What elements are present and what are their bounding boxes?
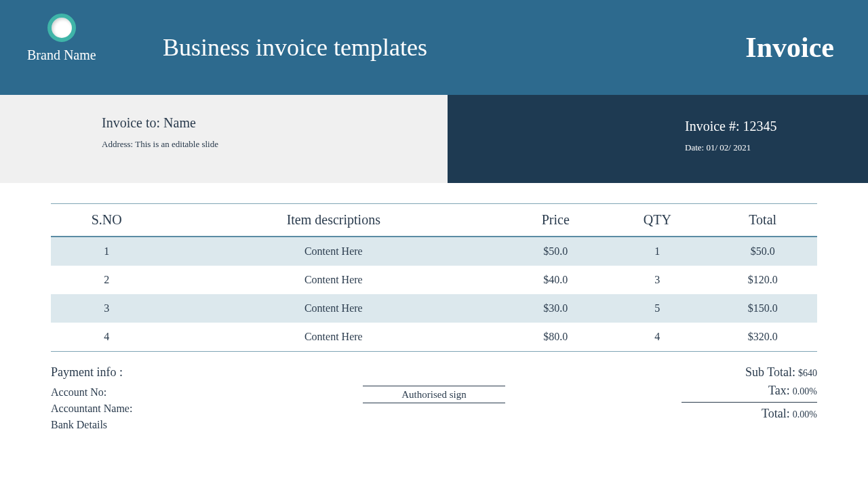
meta-band: Invoice #: 12345 Date: 01/ 02/ 2021 Invo… xyxy=(0,95,868,183)
logo-area: Brand Name xyxy=(27,14,96,63)
total-row: Total: 0.00% xyxy=(682,407,817,421)
header-bar: Brand Name Business invoice templates In… xyxy=(0,0,868,95)
accountant-name: Accountant Name: xyxy=(51,403,132,415)
table-header-row: S.NO Item descriptions Price QTY Total xyxy=(51,204,817,237)
invoice-date: Date: 01/ 02/ 2021 xyxy=(685,142,868,153)
invoice-number: Invoice #: 12345 xyxy=(685,119,868,134)
col-price: Price xyxy=(505,204,606,237)
bank-details: Bank Details xyxy=(51,419,132,431)
cell-sno: 3 xyxy=(51,294,162,323)
invoice-heading: Invoice xyxy=(745,31,834,64)
page-title: Business invoice templates xyxy=(163,33,427,62)
invoice-to-address: Address: This is an editable slide xyxy=(102,139,448,150)
footer: Payment info : Account No: Accountant Na… xyxy=(51,365,817,447)
cell-desc: Content Here xyxy=(162,294,505,323)
cell-desc: Content Here xyxy=(162,266,505,294)
totals-block: Sub Total: $640 Tax: 0.00% Total: 0.00% xyxy=(682,365,817,425)
tax-row: Tax: 0.00% xyxy=(682,384,817,398)
cell-total: $320.0 xyxy=(708,323,817,352)
cell-qty: 1 xyxy=(606,237,708,266)
table-row: 3Content Here$30.05$150.0 xyxy=(51,294,817,323)
cell-desc: Content Here xyxy=(162,323,505,352)
logo-circle-icon xyxy=(47,14,76,42)
cell-qty: 4 xyxy=(606,323,708,352)
cell-price: $50.0 xyxy=(505,237,606,266)
cell-qty: 5 xyxy=(606,294,708,323)
invoice-to-block: Invoice to: Name Address: This is an edi… xyxy=(0,95,448,183)
cell-price: $30.0 xyxy=(505,294,606,323)
cell-sno: 1 xyxy=(51,237,162,266)
authorised-sign: Authorised sign xyxy=(363,389,505,403)
cell-qty: 3 xyxy=(606,266,708,294)
cell-total: $120.0 xyxy=(708,266,817,294)
totals-rule xyxy=(682,402,817,403)
brand-name: Brand Name xyxy=(27,47,96,63)
col-total: Total xyxy=(708,204,817,237)
invoice-table: S.NO Item descriptions Price QTY Total 1… xyxy=(51,203,817,352)
col-qty: QTY xyxy=(606,204,708,237)
cell-sno: 4 xyxy=(51,323,162,352)
cell-price: $40.0 xyxy=(505,266,606,294)
payment-heading: Payment info : xyxy=(51,365,132,380)
cell-total: $50.0 xyxy=(708,237,817,266)
cell-sno: 2 xyxy=(51,266,162,294)
table-row: 2Content Here$40.03$120.0 xyxy=(51,266,817,294)
cell-price: $80.0 xyxy=(505,323,606,352)
col-desc: Item descriptions xyxy=(162,204,505,237)
payment-info: Payment info : Account No: Accountant Na… xyxy=(51,365,132,447)
table-row: 4Content Here$80.04$320.0 xyxy=(51,323,817,352)
invoice-meta-right: Invoice #: 12345 Date: 01/ 02/ 2021 xyxy=(448,95,868,183)
sign-line xyxy=(363,386,505,386)
account-no: Account No: xyxy=(51,386,132,399)
table-row: 1Content Here$50.01$50.0 xyxy=(51,237,817,266)
col-sno: S.NO xyxy=(51,204,162,237)
subtotal-row: Sub Total: $640 xyxy=(682,365,817,380)
cell-total: $150.0 xyxy=(708,294,817,323)
cell-desc: Content Here xyxy=(162,237,505,266)
invoice-to-name: Invoice to: Name xyxy=(102,115,448,131)
